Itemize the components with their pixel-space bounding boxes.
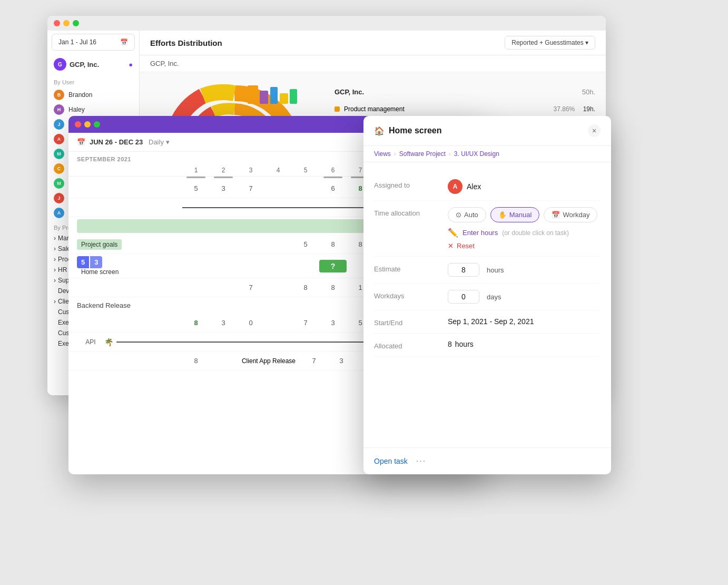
user-name-haley: Haley [68,106,85,113]
svg-rect-4 [290,89,297,104]
fr-3[interactable]: 7 [300,357,328,365]
workdays-field: Workdays days [374,284,601,310]
legend-dot-product [335,106,340,112]
assigned-to-value: A Alex [448,179,601,194]
cell-1-2[interactable]: 3 [210,184,237,192]
open-task-link[interactable]: Open task [374,457,408,465]
svg-rect-2 [270,87,278,104]
br-2[interactable]: 3 [210,319,237,327]
br-3[interactable]: 0 [237,319,264,327]
calendar-icon: 📅 [120,38,128,46]
minimize-traffic-light[interactable] [63,20,70,26]
col-5: 5 [292,164,319,176]
avatar-josh: J [54,193,64,203]
ma-6[interactable]: 8 [319,284,347,291]
fr-1[interactable]: 8 [182,357,210,365]
sidebar-item-brandon[interactable]: B Brandon [47,87,139,102]
workday-icon: 📅 [552,211,560,219]
side-panel-header: 🏠 Home screen × [363,116,611,146]
col-3: 3 [237,164,264,176]
estimate-input[interactable] [448,263,479,277]
svg-rect-3 [280,93,288,104]
col-header-label [77,164,182,176]
fr-4[interactable]: 3 [328,357,355,365]
svg-rect-1 [260,91,268,104]
workdays-input[interactable] [448,290,479,304]
home-icon: 🏠 [374,126,385,136]
br-5[interactable]: 7 [292,319,319,327]
home-screen-chips: 5 3 [77,256,182,268]
more-options-button[interactable]: ··· [416,456,426,466]
cell-1-1[interactable]: 5 [182,184,210,192]
pg-6[interactable]: 8 [319,240,347,248]
workday-button[interactable]: 📅 Workday [544,207,597,222]
legend-item-product: Product management 37.86% 19h. [335,102,595,116]
question-mark[interactable]: ? [319,260,347,272]
reset-icon: ✕ [448,242,454,250]
auto-label: Auto [464,211,478,219]
enter-hours-link[interactable]: Enter hours [463,229,498,237]
date-range-picker[interactable]: Jan 1 - Jul 16 📅 [52,34,135,51]
auto-icon: ⊙ [456,211,461,219]
main-title: Efforts Distribution [150,38,222,47]
manual-button[interactable]: ✋ Manual [490,207,540,222]
pg-5[interactable]: 5 [292,240,319,248]
fg-maximize[interactable] [94,121,100,128]
cell-1-6[interactable]: 6 [319,184,347,192]
reset-row: ✕ Reset [448,242,601,250]
avatar-haley: H [54,104,64,115]
chip-5: 5 [77,256,89,268]
maximize-traffic-light[interactable] [73,20,79,26]
reports-dropdown[interactable]: Reported + Guesstimates ▾ [505,36,595,50]
breadcrumb-project[interactable]: Software Project [399,150,446,158]
close-button[interactable]: × [588,124,601,137]
ma-5[interactable]: 8 [292,284,319,291]
project-goals-label: Project goals [77,241,182,248]
bg-titlebar [47,16,606,31]
side-panel: 🏠 Home screen × Views › Software Project… [363,116,611,474]
time-allocation-buttons: ⊙ Auto ✋ Manual 📅 Workday [448,207,601,222]
start-end-field: Start/End Sep 1, 2021 - Sep 2, 2021 [374,310,601,334]
api-label: API [77,338,104,346]
time-allocation-label: Time allocation [374,207,448,217]
fg-close[interactable] [75,121,81,128]
time-allocation-field: Time allocation ⊙ Auto ✋ Manual 📅 Workda… [374,201,601,257]
start-end-label: Start/End [374,317,448,327]
edit-icon: ✏️ [448,228,458,238]
ma-3[interactable]: 7 [237,284,264,291]
estimate-unit: hours [487,266,504,274]
enter-hours-row: ✏️ Enter hours (or double click on task) [448,228,601,238]
br-6[interactable]: 3 [319,319,347,327]
org-indicator: ● [129,61,133,69]
chip-3: 3 [90,256,102,268]
breadcrumb-views[interactable]: Views [374,150,391,158]
workdays-value: days [448,290,601,304]
col-2: 2 [210,164,237,176]
breadcrumb-task: 3. UI/UX Design [454,150,499,158]
avatar-mathew: M [54,178,64,189]
home-screen-text: Home screen [81,268,119,276]
close-traffic-light[interactable] [54,20,60,26]
svg-rect-0 [248,85,258,104]
fg-minimize[interactable] [84,121,91,128]
client-app-release: Client App Release [237,357,300,365]
avatar-michael: M [54,149,64,159]
date-range-display: 📅 JUN 26 - DEC 23 Daily ▾ [77,138,170,146]
cell-1-3[interactable]: 7 [237,184,264,192]
manual-label: Manual [509,211,532,219]
hs-question[interactable]: ? [319,260,347,272]
org-breadcrumb: GCP, Inc. [140,55,606,72]
manual-icon: ✋ [498,211,507,219]
allocated-value: 8 hours [448,340,601,348]
allocated-display: 8 hours [448,340,601,348]
workday-label: Workday [563,211,589,219]
side-panel-body: Assigned to A Alex Time allocation ⊙ Aut… [363,162,611,367]
hint-text: (or double click on task) [502,229,569,237]
auto-button[interactable]: ⊙ Auto [448,207,486,222]
br-1[interactable]: 8 [182,319,210,327]
date-range-text: Jan 1 - Jul 16 [58,38,96,46]
project-goals-chip: Project goals [77,239,122,250]
sidebar-item-haley[interactable]: H Haley [47,102,139,117]
side-panel-footer: Open task ··· [363,447,611,474]
org-selector[interactable]: G GCP, Inc. ● [47,54,139,75]
